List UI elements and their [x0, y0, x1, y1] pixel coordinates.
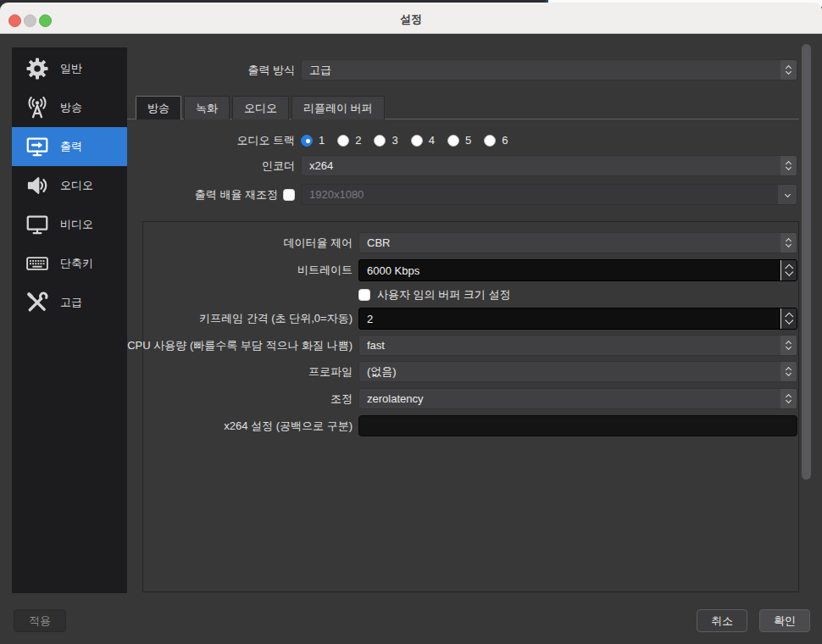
chevron-updown-icon[interactable] [780, 60, 797, 80]
tune-select[interactable]: zerolatency [358, 388, 797, 409]
broadcast-icon [24, 94, 51, 121]
rescale-checkbox[interactable] [283, 189, 295, 201]
chevron-updown-icon[interactable] [780, 362, 797, 381]
sidebar-item-label: 일반 [60, 61, 82, 76]
audio-track-row: 오디오 트랙 1 2 3 4 5 6 [127, 130, 797, 151]
audio-track-label: 오디오 트랙 [127, 133, 301, 148]
apply-button[interactable]: 적용 [14, 609, 66, 632]
radio-label: 4 [429, 134, 435, 147]
bitrate-label: 비트레이트 [127, 263, 358, 278]
output-icon [24, 133, 51, 160]
rate-control-row: 데이터율 제어 CBR [127, 232, 797, 253]
chevron-updown-icon[interactable] [780, 389, 797, 408]
spinner-updown-icon[interactable] [780, 260, 797, 280]
sidebar-item-label: 출력 [60, 139, 82, 154]
rescale-label-wrap: 출력 배율 재조정 [127, 187, 301, 203]
sidebar-item-audio[interactable]: 오디오 [12, 166, 127, 205]
bitrate-value: 6000 Kbps [359, 264, 780, 277]
tab-replay-buffer[interactable]: 리플레이 버퍼 [292, 96, 385, 119]
custom-buffer-row: 사용자 임의 버퍼 크기 설정 [127, 288, 797, 302]
tune-value: zerolatency [359, 392, 780, 405]
tab-recording[interactable]: 녹화 [184, 96, 230, 119]
radio-label: 2 [355, 134, 361, 147]
sidebar-item-general[interactable]: 일반 [12, 49, 127, 88]
custom-buffer-label: 사용자 임의 버퍼 크기 설정 [377, 287, 510, 303]
vertical-scrollbar[interactable] [802, 44, 811, 480]
tab-audio[interactable]: 오디오 [232, 96, 289, 119]
settings-sidebar: 일반 방송 출력 [12, 47, 127, 593]
sidebar-item-output[interactable]: 출력 [12, 127, 127, 166]
profile-value: (없음) [359, 364, 780, 380]
radio-label: 5 [465, 134, 471, 147]
rescale-label: 출력 배율 재조정 [195, 187, 278, 203]
keyframe-row: 키프레임 간격 (초 단위,0=자동) 2 [127, 308, 797, 330]
profile-label: 프로파일 [127, 364, 358, 380]
gear-icon [24, 55, 51, 82]
sidebar-item-video[interactable]: 비디오 [12, 205, 127, 244]
radio-icon[interactable] [484, 135, 496, 147]
encoder-row: 인코더 x264 [127, 155, 797, 176]
bitrate-spinbox[interactable]: 6000 Kbps [358, 259, 797, 281]
audio-track-option-5[interactable]: 5 [447, 134, 471, 147]
rate-control-value: CBR [359, 236, 780, 249]
tune-row: 조정 zerolatency [127, 388, 797, 409]
audio-track-radios: 1 2 3 4 5 6 [301, 130, 797, 151]
radio-label: 3 [392, 134, 397, 147]
sidebar-item-label: 오디오 [60, 178, 93, 193]
rate-control-label: 데이터율 제어 [127, 236, 358, 251]
output-mode-select[interactable]: 고급 [301, 59, 797, 80]
encoder-value: x264 [302, 159, 780, 172]
sidebar-item-label: 비디오 [60, 217, 93, 232]
tune-label: 조정 [127, 391, 358, 407]
profile-row: 프로파일 (없음) [127, 361, 797, 382]
tools-icon [24, 289, 51, 316]
keyframe-label: 키프레임 간격 (초 단위,0=자동) [127, 311, 358, 326]
output-mode-row: 출력 방식 고급 [127, 59, 797, 80]
titlebar: 설정 [0, 3, 822, 34]
monitor-icon [24, 211, 51, 238]
radio-selected-icon[interactable] [301, 135, 313, 147]
sidebar-item-stream[interactable]: 방송 [12, 88, 127, 127]
x264-options-row: x264 설정 (공백으로 구분) [127, 415, 797, 436]
ok-button[interactable]: 확인 [759, 609, 810, 632]
cpu-usage-row: CPU 사용량 (빠를수록 부담 적으나 화질 나쁨) fast [127, 335, 797, 356]
audio-track-option-2[interactable]: 2 [337, 134, 361, 147]
chevron-down-icon [778, 185, 797, 204]
rate-control-select[interactable]: CBR [358, 232, 797, 253]
sidebar-item-label: 방송 [60, 100, 82, 115]
sidebar-item-advanced[interactable]: 고급 [12, 283, 127, 322]
radio-icon[interactable] [337, 135, 349, 147]
radio-icon[interactable] [374, 135, 386, 147]
audio-track-option-4[interactable]: 4 [411, 134, 435, 147]
profile-select[interactable]: (없음) [358, 361, 797, 382]
custom-buffer-wrap: 사용자 임의 버퍼 크기 설정 [358, 288, 797, 302]
radio-icon[interactable] [447, 135, 459, 147]
encoder-select[interactable]: x264 [301, 155, 797, 176]
rescale-select: 1920x1080 [301, 184, 797, 205]
rescale-row: 출력 배율 재조정 1920x1080 [127, 184, 797, 205]
chevron-updown-icon[interactable] [780, 336, 797, 355]
keyframe-value: 2 [359, 313, 780, 325]
chevron-updown-icon[interactable] [780, 156, 797, 175]
window-title: 설정 [0, 3, 822, 34]
x264-options-label: x264 설정 (공백으로 구분) [127, 419, 358, 434]
custom-buffer-checkbox[interactable] [358, 289, 370, 301]
sidebar-item-label: 단축키 [60, 256, 93, 271]
chevron-updown-icon[interactable] [780, 233, 797, 253]
sidebar-item-label: 고급 [60, 295, 82, 310]
cpu-usage-select[interactable]: fast [358, 335, 797, 356]
radio-label: 6 [502, 134, 508, 147]
cancel-button[interactable]: 취소 [697, 609, 747, 632]
radio-icon[interactable] [411, 135, 423, 147]
sidebar-item-hotkeys[interactable]: 단축키 [12, 244, 127, 283]
bitrate-row: 비트레이트 6000 Kbps [127, 259, 797, 281]
tab-streaming[interactable]: 방송 [136, 96, 181, 119]
x264-options-input[interactable] [358, 415, 797, 436]
encoder-label: 인코더 [127, 158, 301, 174]
spinner-updown-icon[interactable] [780, 308, 797, 329]
audio-track-option-3[interactable]: 3 [374, 134, 397, 147]
radio-label: 1 [319, 134, 325, 147]
audio-track-option-6[interactable]: 6 [484, 134, 508, 147]
audio-track-option-1[interactable]: 1 [301, 134, 325, 147]
keyframe-spinbox[interactable]: 2 [358, 308, 797, 330]
